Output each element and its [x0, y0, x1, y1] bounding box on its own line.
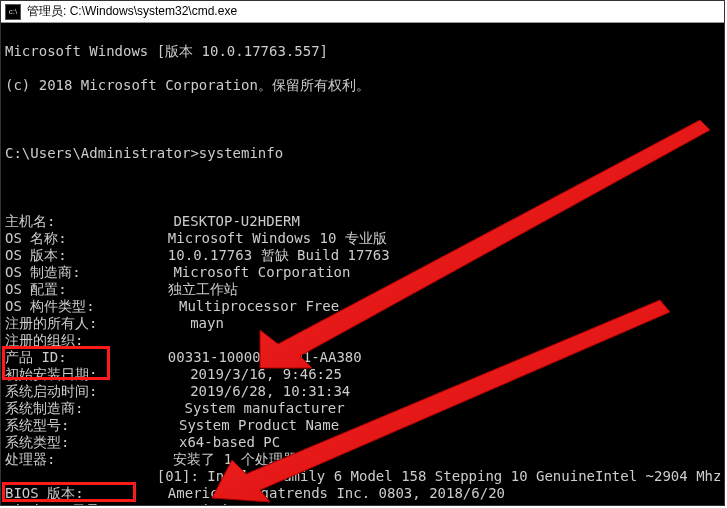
cmd-window: c:\ 管理员: C:\Windows\system32\cmd.exe Mic… [0, 0, 725, 506]
info-row: OS 配置: 独立工作站 [5, 281, 720, 298]
info-row: BIOS 版本: American Megatrends Inc. 0803, … [5, 485, 720, 502]
titlebar[interactable]: c:\ 管理员: C:\Windows\system32\cmd.exe [1, 1, 724, 23]
info-row: 注册的组织: [5, 332, 720, 349]
info-row: Windows 目录: C:\Windows [5, 502, 720, 505]
info-row: [01]: Intel64 Family 6 Model 158 Steppin… [5, 468, 720, 485]
info-row: 系统启动时间: 2019/6/28, 10:31:34 [5, 383, 720, 400]
info-row: OS 制造商: Microsoft Corporation [5, 264, 720, 281]
blank-line [5, 111, 720, 128]
info-row: 系统型号: System Product Name [5, 417, 720, 434]
blank-line [5, 179, 720, 196]
info-row: 处理器: 安装了 1 个处理器。 [5, 451, 720, 468]
cmd-icon: c:\ [5, 4, 21, 20]
terminal-output[interactable]: Microsoft Windows [版本 10.0.17763.557] (c… [1, 23, 724, 505]
info-row: 系统制造商: System manufacturer [5, 400, 720, 417]
info-row: 主机名: DESKTOP-U2HDERM [5, 213, 720, 230]
info-row: 初始安装日期: 2019/3/16, 9:46:25 [5, 366, 720, 383]
header-line: Microsoft Windows [版本 10.0.17763.557] [5, 43, 720, 60]
window-title: 管理员: C:\Windows\system32\cmd.exe [27, 3, 237, 20]
info-row: OS 构件类型: Multiprocessor Free [5, 298, 720, 315]
info-row: 注册的所有人: mayn [5, 315, 720, 332]
info-row: OS 版本: 10.0.17763 暂缺 Build 17763 [5, 247, 720, 264]
info-row: 产品 ID: 00331-10000-00001-AA380 [5, 349, 720, 366]
prompt-line: C:\Users\Administrator>systeminfo [5, 145, 720, 162]
copyright-line: (c) 2018 Microsoft Corporation。保留所有权利。 [5, 77, 720, 94]
info-row: 系统类型: x64-based PC [5, 434, 720, 451]
info-row: OS 名称: Microsoft Windows 10 专业版 [5, 230, 720, 247]
